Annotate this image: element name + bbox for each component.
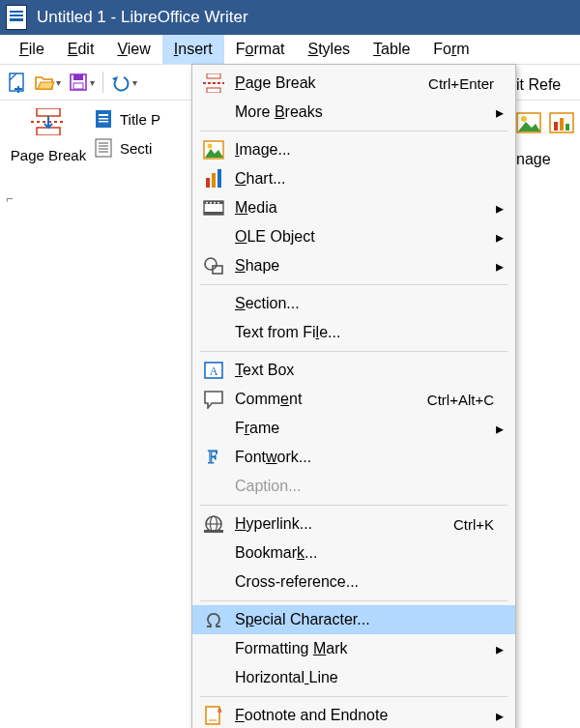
menu-item-label: Text Box [235,362,494,379]
menu-item-label: Frame [235,420,494,437]
menu-item-label: Chart... [235,170,494,188]
title-page-label: Title P [120,111,160,128]
menu-item-image[interactable]: Image... [192,135,515,164]
svg-rect-36 [218,202,219,204]
menu-item-section[interactable]: Section... [192,289,515,318]
toolbar-separator [102,72,103,93]
svg-rect-45 [204,530,223,533]
menu-item-shortcut: Ctrl+K [453,516,494,533]
menu-item-caption: Caption... [192,472,515,501]
svg-rect-10 [99,121,108,123]
menu-item-label: OLE Object [235,228,494,246]
submenu-arrow-icon: ▸ [494,640,504,658]
open-dropdown-arrow[interactable]: ▾ [56,77,61,88]
section-icon [93,137,114,159]
svg-rect-8 [99,114,108,116]
menu-item-label: Text from File... [235,324,494,341]
menu-item-more-breaks[interactable]: More Breaks▸ [192,98,515,127]
menu-item-hyperlink[interactable]: Hyperlink...Ctrl+K [192,510,515,539]
fontwork-icon: F [200,447,227,468]
blank-icon [200,542,227,564]
right-ribbon-fragment: it Refe nage [516,72,574,168]
svg-point-37 [205,258,217,270]
menu-item-formatting-mark[interactable]: Formatting Mark▸ [192,634,515,663]
menu-item-text-box[interactable]: AText Box [192,356,515,385]
menu-item-label: Shape [235,257,494,275]
menu-form[interactable]: Form [421,35,480,64]
page-break-icon [31,108,66,135]
footnote-icon: a [200,705,227,726]
menu-item-label: Comment [235,391,418,408]
open-button[interactable] [31,69,58,96]
titlebar: Untitled 1 - LibreOffice Writer [0,0,580,35]
title-page-button[interactable]: Title P [93,108,160,130]
svg-rect-27 [206,178,210,188]
menu-item-label: Horizontal Line [235,669,494,686]
menu-item-cross-reference[interactable]: Cross-reference... [192,568,515,597]
menu-item-fontwork[interactable]: FFontwork... [192,443,515,472]
edit-references-fragment[interactable]: it Refe [516,72,574,99]
menu-item-label: Media [235,199,494,217]
menu-separator [200,696,508,697]
menu-item-label: Hyperlink... [235,515,444,533]
menu-item-special-character[interactable]: Special Character... [192,605,515,634]
menu-separator [200,131,508,131]
menu-insert[interactable]: Insert [162,35,224,64]
menu-item-label: Footnote and Endnote [235,707,494,724]
menu-item-media[interactable]: Media▸ [192,193,515,222]
menu-item-label: Image... [235,141,494,159]
blank-icon [200,102,227,123]
menu-format[interactable]: Format [224,35,297,64]
undo-dropdown-arrow[interactable]: ▾ [132,77,137,88]
new-button[interactable] [4,69,31,96]
menu-item-frame[interactable]: Frame▸ [192,414,515,443]
menu-item-label: Special Character... [235,611,494,628]
blank-icon [200,226,227,248]
svg-rect-21 [566,124,569,131]
svg-rect-19 [554,122,558,131]
omega-icon [200,609,227,630]
menu-item-ole-object[interactable]: OLE Object▸ [192,222,515,251]
menu-item-chart[interactable]: Chart... [192,164,515,193]
title-page-icon [93,108,114,130]
menu-item-page-break[interactable]: Page BreakCtrl+Enter [192,69,515,98]
page-break-icon [200,73,227,94]
section-button[interactable]: Secti [93,137,160,159]
svg-rect-29 [218,169,221,188]
menu-file[interactable]: File [8,35,56,64]
menu-item-footnote-and-endnote[interactable]: aFootnote and Endnote▸ [192,701,515,728]
margin-corner-mark: ⌐ [6,191,14,206]
menu-item-bookmark[interactable]: Bookmark... [192,539,515,568]
menu-item-shape[interactable]: Shape▸ [192,251,515,280]
menu-item-label: Fontwork... [235,449,494,466]
svg-point-26 [208,144,213,149]
submenu-arrow-icon: ▸ [494,707,504,725]
blank-icon [200,571,227,593]
menu-item-comment[interactable]: CommentCtrl+Alt+C [192,385,515,414]
undo-button[interactable] [107,69,134,96]
svg-rect-11 [96,139,111,157]
submenu-arrow-icon: ▸ [494,228,504,247]
menu-view[interactable]: View [105,35,161,64]
page-break-big-button[interactable]: Page Break [4,104,93,163]
menu-item-horizontal-line[interactable]: Horizontal Line [192,663,515,692]
svg-rect-4 [37,108,60,116]
menu-separator [200,600,508,601]
submenu-arrow-icon: ▸ [494,257,504,276]
menu-item-text-from-file[interactable]: Text from File... [192,318,515,347]
blank-icon [200,322,227,343]
blank-icon [200,293,227,314]
image-icon [200,139,227,160]
save-dropdown-arrow[interactable]: ▾ [90,77,95,88]
menubar: FileEditViewInsertFormatStylesTableForm [0,35,580,65]
menu-item-label: Caption... [235,478,494,495]
svg-rect-38 [213,266,222,274]
chart-button-icon[interactable] [549,112,574,133]
menu-edit[interactable]: Edit [56,35,106,64]
menu-table[interactable]: Table [362,35,421,64]
svg-rect-2 [73,74,83,80]
menu-styles[interactable]: Styles [297,35,362,64]
save-button[interactable] [65,69,92,96]
image-button-icon[interactable] [516,112,541,133]
blank-icon [200,638,227,659]
